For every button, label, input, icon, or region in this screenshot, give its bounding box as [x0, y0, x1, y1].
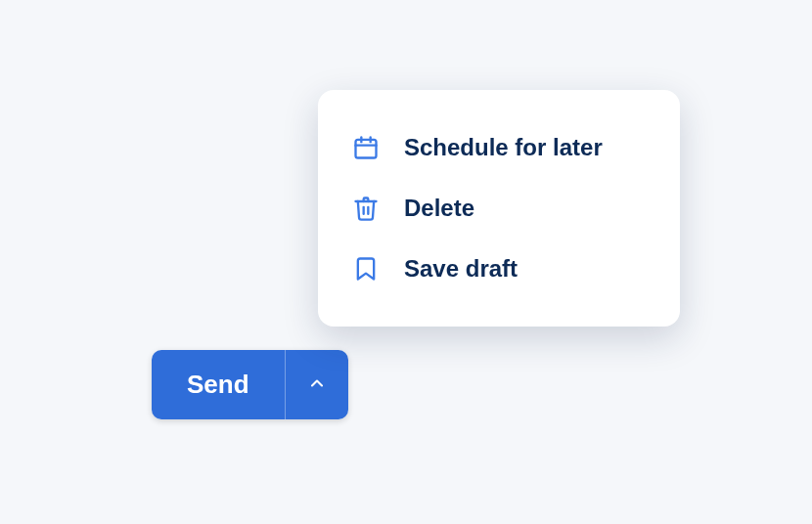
- trash-icon: [351, 194, 381, 223]
- send-button[interactable]: Send: [152, 350, 285, 419]
- send-split-button: Send: [152, 350, 348, 419]
- bookmark-icon: [351, 254, 381, 284]
- send-button-label: Send: [187, 370, 249, 400]
- menu-item-label: Schedule for later: [404, 134, 603, 161]
- menu-item-delete[interactable]: Delete: [318, 178, 680, 239]
- menu-item-save-draft[interactable]: Save draft: [318, 239, 680, 299]
- menu-item-label: Save draft: [404, 255, 518, 283]
- svg-rect-0: [356, 140, 377, 158]
- send-options-menu: Schedule for later Delete Save draft: [318, 90, 680, 327]
- chevron-up-icon: [307, 373, 327, 396]
- menu-item-schedule[interactable]: Schedule for later: [318, 117, 680, 178]
- menu-item-label: Delete: [404, 195, 474, 222]
- send-options-toggle[interactable]: [285, 350, 348, 419]
- calendar-icon: [351, 133, 381, 162]
